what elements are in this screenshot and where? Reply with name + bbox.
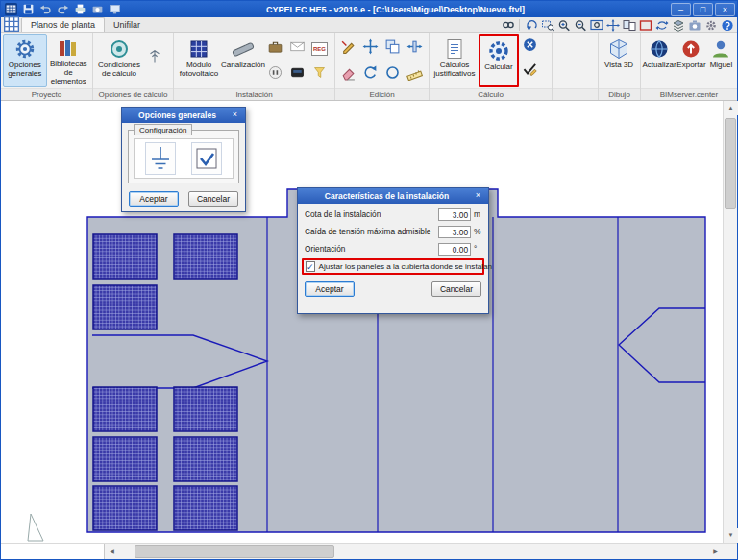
vista-3d-button[interactable]: Vista 3D <box>601 34 637 87</box>
solar-panel[interactable] <box>93 387 157 431</box>
aceptar-button[interactable]: Aceptar <box>129 191 179 207</box>
pan-icon[interactable] <box>605 18 620 32</box>
vertical-scrollbar[interactable]: ▲ ▼ <box>723 101 737 543</box>
ribbon-spacer <box>553 33 599 100</box>
dialog-close-icon[interactable]: × <box>471 190 485 202</box>
actualizar-button[interactable]: Actualizar <box>643 34 676 87</box>
window-config-icon[interactable] <box>108 3 122 16</box>
field-label: Cota de la instalación <box>305 209 438 219</box>
display-icon[interactable] <box>289 64 306 85</box>
scroll-left-icon[interactable]: ◀ <box>105 544 119 559</box>
dialog-title-bar[interactable]: Características de la instalación × <box>298 188 488 204</box>
zoom-in-icon[interactable] <box>556 18 571 32</box>
button-label: Vista 3D <box>604 61 633 70</box>
redo-icon[interactable] <box>56 3 70 16</box>
layers-icon[interactable] <box>671 18 685 32</box>
zoom-out-icon[interactable] <box>573 18 587 32</box>
ajustar-paneles-checkbox[interactable]: ✓ <box>306 261 315 272</box>
solar-panel[interactable] <box>93 234 157 279</box>
aceptar-button[interactable]: Aceptar <box>305 281 355 297</box>
dialog-title-bar[interactable]: Opciones generales × <box>122 108 245 123</box>
find-icon[interactable] <box>501 18 515 32</box>
funnel-icon[interactable] <box>311 64 328 85</box>
full-window-icon[interactable] <box>638 18 652 32</box>
bibliotecas-elementos-button[interactable]: Bibliotecas de elementos <box>47 34 91 87</box>
socket-icon[interactable] <box>267 64 283 85</box>
opciones-generales-button[interactable]: Opciones generales <box>3 34 47 87</box>
dialog-buttons: Aceptar Cancelar <box>122 191 245 207</box>
vertical-scroll-thumb[interactable] <box>725 118 736 209</box>
undo-icon[interactable] <box>38 3 53 16</box>
solar-panel[interactable] <box>174 486 237 530</box>
tab-unifilar[interactable]: Unifilar <box>105 17 149 32</box>
zoom-extents-icon[interactable] <box>589 18 603 32</box>
scroll-up-icon[interactable]: ▲ <box>724 101 738 115</box>
dialog-close-icon[interactable]: × <box>228 110 242 121</box>
scroll-down-icon[interactable]: ▼ <box>724 528 738 543</box>
sheet-grid-icon[interactable] <box>4 17 19 31</box>
drawing-canvas[interactable]: Opciones generales × Configuración Acept… <box>1 101 723 543</box>
settings-icon[interactable] <box>703 18 718 32</box>
caida-tension-input[interactable]: 3.00 <box>438 226 471 238</box>
check-results-icon[interactable] <box>522 61 538 81</box>
calculos-justificativos-button[interactable]: Cálculos justificativos <box>431 34 478 87</box>
ribbon-group-proyecto: Opciones generales Bibliotecas de elemen… <box>1 33 93 100</box>
move-icon[interactable] <box>362 38 379 59</box>
modulo-fotovoltaico-button[interactable]: Módulo fotovoltaico <box>176 34 222 87</box>
circle-tool-icon[interactable] <box>384 64 401 85</box>
horizontal-scroll-track[interactable] <box>119 544 708 559</box>
edit-icon[interactable] <box>340 38 357 59</box>
rotate-icon[interactable] <box>362 64 379 85</box>
briefcase-icon[interactable] <box>267 38 283 59</box>
snapshot-icon[interactable] <box>687 18 701 32</box>
capture-icon[interactable] <box>90 3 105 16</box>
solar-panel[interactable] <box>174 234 237 279</box>
cancelar-button[interactable]: Cancelar <box>431 281 481 297</box>
cube-3d-icon <box>606 37 631 61</box>
gear-icon <box>12 37 37 61</box>
envelope-icon[interactable] <box>289 38 306 59</box>
maximize-button[interactable]: □ <box>693 3 713 16</box>
field-unit: m <box>471 209 481 219</box>
measure-icon[interactable] <box>406 64 423 85</box>
usuario-miguel-button[interactable]: Miguel <box>707 34 735 87</box>
field-label: Caída de tensión máxima admisible <box>305 227 438 236</box>
solar-panel[interactable] <box>93 486 157 530</box>
solar-panel[interactable] <box>93 285 157 329</box>
scroll-right-icon[interactable]: ▶ <box>708 544 723 559</box>
calcular-button[interactable]: Calcular <box>480 36 517 85</box>
button-label: Cálculos justificativos <box>432 61 477 79</box>
cota-input[interactable]: 3.00 <box>438 208 471 221</box>
floor-plan[interactable] <box>1 101 723 543</box>
print-icon[interactable] <box>73 3 87 16</box>
condiciones-calculo-button[interactable]: Condiciones de cálculo <box>95 34 143 87</box>
erase-icon[interactable] <box>340 64 357 85</box>
reg-icon[interactable]: REG <box>311 42 328 56</box>
tab-planos-de-planta[interactable]: Planos de planta <box>21 17 105 32</box>
button-label: Exportar <box>676 61 705 70</box>
solar-panel[interactable] <box>174 437 237 481</box>
redraw-icon[interactable] <box>654 18 669 32</box>
save-icon[interactable] <box>21 3 36 16</box>
cancel-calculation-icon[interactable] <box>522 37 538 57</box>
close-button[interactable]: × <box>715 3 735 16</box>
grounding-icon <box>147 144 174 173</box>
exportar-button[interactable]: Exportar <box>676 34 707 87</box>
horizontal-scrollbar-row: ◀ ▶ <box>1 543 737 559</box>
selection-options-button[interactable] <box>191 142 222 175</box>
grounding-option-button[interactable] <box>145 142 176 175</box>
orientacion-input[interactable]: 0.00 <box>438 243 471 256</box>
stretch-icon[interactable] <box>406 38 423 59</box>
cancelar-button[interactable]: Cancelar <box>188 191 238 207</box>
zoom-window-icon[interactable] <box>540 18 554 32</box>
antenna-button[interactable] <box>143 43 165 67</box>
copy-icon[interactable] <box>384 38 401 59</box>
dual-view-icon[interactable] <box>622 18 636 32</box>
solar-panel[interactable] <box>93 437 157 481</box>
horizontal-scroll-thumb[interactable] <box>135 545 334 558</box>
solar-panel[interactable] <box>174 387 237 431</box>
zoom-previous-icon[interactable] <box>524 18 538 32</box>
help-icon[interactable] <box>720 18 734 32</box>
canalizacion-button[interactable]: Canalización <box>222 34 264 87</box>
minimize-button[interactable]: – <box>671 3 691 16</box>
